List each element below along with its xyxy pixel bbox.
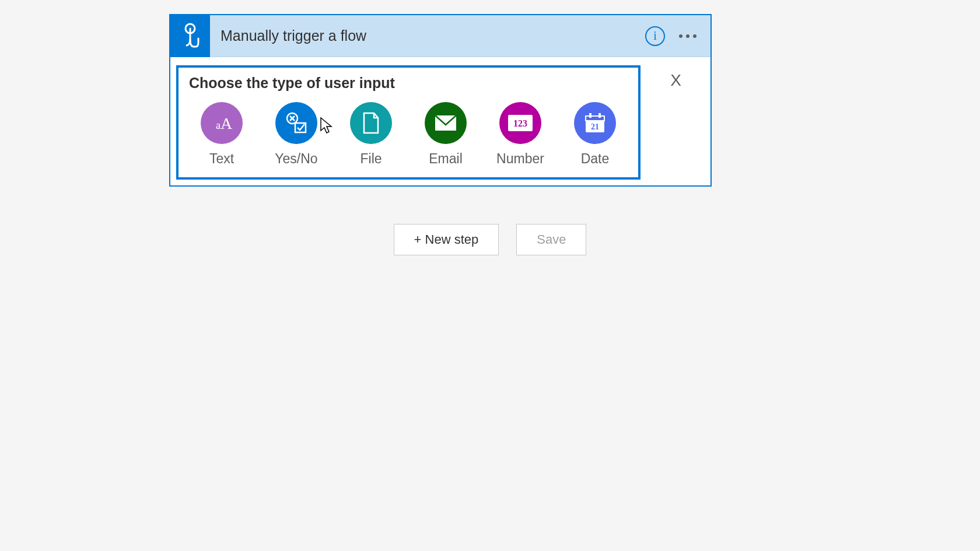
date-icon: 21 — [574, 102, 616, 144]
input-type-number[interactable]: 123 Number — [499, 102, 541, 167]
input-type-text[interactable]: a A Text — [201, 102, 243, 167]
input-type-label: Yes/No — [275, 151, 317, 167]
input-type-panel-wrap: Choose the type of user input a A Text — [170, 57, 710, 185]
step-actions: + New step Save — [0, 224, 980, 255]
input-type-label: Email — [429, 151, 463, 167]
svg-rect-11 — [586, 116, 604, 121]
trigger-card: Manually trigger a flow i Choose the typ… — [169, 14, 712, 187]
input-type-label: File — [360, 151, 382, 167]
input-type-yesno[interactable]: Yes/No — [275, 102, 317, 167]
new-step-button[interactable]: + New step — [394, 224, 499, 255]
input-type-label: Number — [496, 151, 544, 167]
trigger-header[interactable]: Manually trigger a flow i — [170, 15, 710, 57]
input-type-label: Date — [581, 151, 610, 167]
input-panel-title: Choose the type of user input — [189, 75, 628, 92]
save-button[interactable]: Save — [516, 224, 586, 255]
text-icon: a A — [201, 102, 243, 144]
svg-rect-13 — [598, 113, 601, 118]
input-type-label: Text — [209, 151, 234, 167]
email-icon — [425, 102, 467, 144]
svg-text:A: A — [220, 114, 233, 132]
info-icon[interactable]: i — [645, 26, 665, 46]
input-type-email[interactable]: Email — [425, 102, 467, 167]
input-type-options: a A Text — [189, 100, 628, 167]
trigger-title: Manually trigger a flow — [210, 27, 645, 44]
svg-text:123: 123 — [513, 118, 527, 128]
save-label: Save — [537, 232, 566, 247]
file-icon — [350, 102, 392, 144]
svg-text:a: a — [216, 120, 220, 131]
new-step-label: + New step — [414, 232, 479, 247]
svg-rect-12 — [589, 113, 592, 118]
yesno-icon — [275, 102, 317, 144]
more-menu-icon[interactable] — [679, 34, 696, 38]
trigger-touch-icon — [170, 15, 210, 57]
close-panel-button[interactable]: X — [670, 71, 681, 90]
input-type-panel: Choose the type of user input a A Text — [176, 65, 640, 180]
input-type-file[interactable]: File — [350, 102, 392, 167]
header-tools: i — [645, 26, 710, 46]
svg-text:21: 21 — [591, 122, 599, 131]
input-type-date[interactable]: 21 Date — [574, 102, 616, 167]
number-icon: 123 — [499, 102, 541, 144]
